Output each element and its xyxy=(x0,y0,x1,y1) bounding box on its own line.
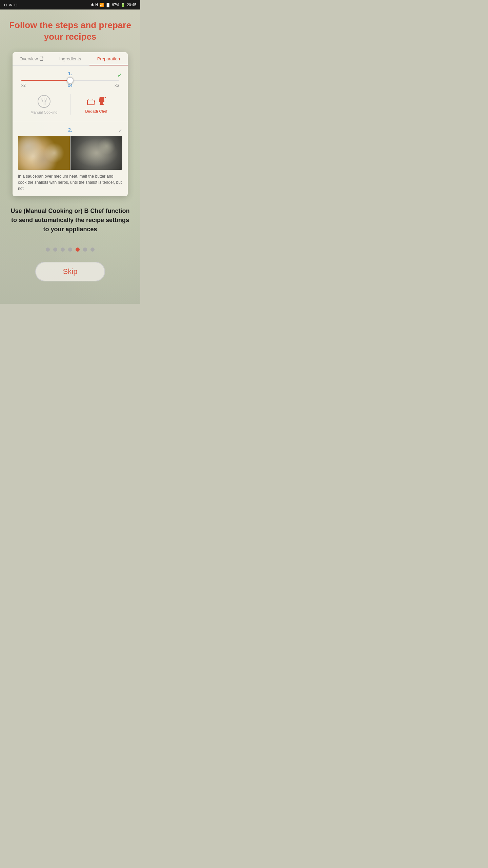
blender-icon xyxy=(97,96,106,107)
main-title: Follow the steps and prepare your recipe… xyxy=(7,20,134,43)
manual-cooking-icon xyxy=(37,95,51,108)
svg-rect-5 xyxy=(100,102,103,104)
step-1-checkmark: ✓ xyxy=(117,72,122,79)
dot-2 xyxy=(53,248,57,252)
bugatti-label: Bugatti Chef xyxy=(85,109,107,113)
description-text: Use (Manual Cooking or) B Chef function … xyxy=(10,206,130,234)
tab-ingredients[interactable]: Ingredients xyxy=(51,52,89,65)
step-2-number: 2. xyxy=(18,127,122,133)
tab-preparation-label: Preparation xyxy=(97,56,120,61)
wifi-icon: 📶 xyxy=(99,3,104,7)
step-2-checkmark: ✓ xyxy=(118,128,122,133)
status-icons-left: ⊡ ✉ ⊡ xyxy=(4,3,17,7)
page-content: Follow the steps and prepare your recipe… xyxy=(0,9,140,295)
frying-pan-image xyxy=(70,136,122,170)
tab-overview-label: Overview xyxy=(20,56,38,61)
dot-5-active xyxy=(76,248,80,252)
dot-4 xyxy=(68,248,72,252)
step-2-description: In a saucepan over medium heat, melt the… xyxy=(18,173,122,192)
step-2-images xyxy=(18,136,122,170)
battery-icon: 🔋 xyxy=(121,3,125,7)
n-icon: N xyxy=(95,3,98,7)
dot-1 xyxy=(46,248,50,252)
battery-text: 97% xyxy=(112,3,119,7)
step-2-section: 2. ✓ In a saucepan over medium heat, mel… xyxy=(13,122,128,196)
time-display: 20:45 xyxy=(127,3,136,7)
mail-icon: ✉ xyxy=(9,3,12,7)
quantity-slider[interactable]: x2 x4 x6 xyxy=(18,80,122,88)
bugatti-chef-mode[interactable]: Bugatti Chef xyxy=(70,93,123,116)
status-bar: ⊡ ✉ ⊡ ✱ N 📶 ▐▌ 97% 🔋 20:45 xyxy=(0,0,140,9)
dot-3 xyxy=(61,248,65,252)
screen-icon: ⊡ xyxy=(4,3,7,7)
clock-icon: ⊡ xyxy=(14,3,17,7)
svg-point-8 xyxy=(105,97,106,98)
recipe-card: Overview Ingredients Preparation 1. ✓ xyxy=(13,52,128,196)
slider-x2: x2 xyxy=(21,83,26,88)
tab-ingredients-label: Ingredients xyxy=(59,56,81,61)
bugatti-icons xyxy=(86,96,106,107)
dot-6 xyxy=(83,248,87,252)
bluetooth-icon: ✱ xyxy=(91,3,94,7)
svg-rect-6 xyxy=(100,104,104,105)
page-indicator-dots xyxy=(46,248,95,252)
slider-x4: x4 xyxy=(68,83,72,88)
slider-labels: x2 x4 x6 xyxy=(21,83,119,88)
chopped-ingredients-image xyxy=(18,136,70,170)
skip-button[interactable]: Skip xyxy=(35,262,105,281)
signal-icon: ▐▌ xyxy=(105,3,111,7)
dot-7 xyxy=(90,248,95,252)
step-1-section: 1. ✓ x2 x4 x6 xyxy=(13,66,128,122)
manual-cooking-label: Manual Cooking xyxy=(30,110,58,114)
manual-cooking-mode[interactable]: Manual Cooking xyxy=(18,92,70,117)
slider-x6: x6 xyxy=(115,83,119,88)
step-1-number: 1. xyxy=(18,71,122,76)
status-icons-right: ✱ N 📶 ▐▌ 97% 🔋 20:45 xyxy=(91,3,136,7)
svg-rect-2 xyxy=(87,100,94,105)
edit-icon xyxy=(39,56,44,61)
tab-preparation[interactable]: Preparation xyxy=(89,52,128,65)
cooking-modes: Manual Cooking xyxy=(18,92,122,117)
pot-icon xyxy=(86,97,96,106)
tabs-row: Overview Ingredients Preparation xyxy=(13,52,128,66)
tab-overview[interactable]: Overview xyxy=(13,52,51,65)
